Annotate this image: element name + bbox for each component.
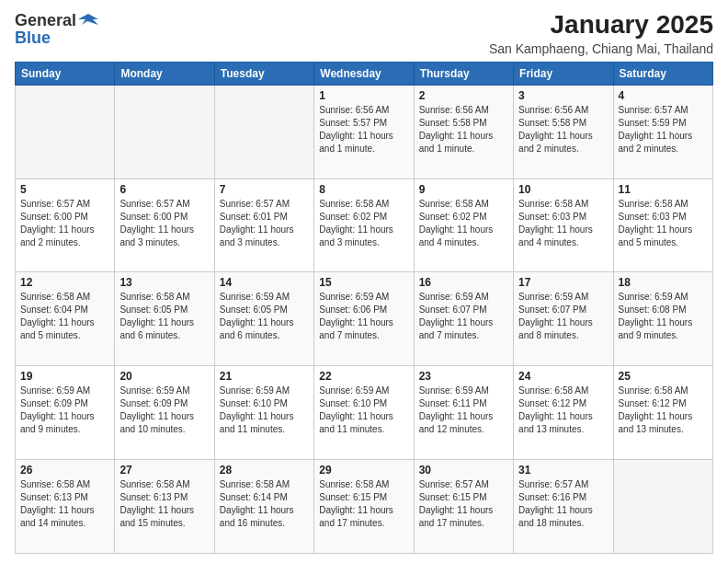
page: General Blue January 2025 San Kamphaeng,… xyxy=(0,0,728,563)
sunrise-text: Sunrise: 6:58 AM xyxy=(619,198,708,211)
day-info: Sunrise: 6:58 AMSunset: 6:03 PMDaylight:… xyxy=(518,198,608,249)
table-row: 19Sunrise: 6:59 AMSunset: 6:09 PMDayligh… xyxy=(16,366,115,460)
sunrise-text: Sunrise: 6:59 AM xyxy=(518,291,608,304)
day-info: Sunrise: 6:59 AMSunset: 6:06 PMDaylight:… xyxy=(319,291,408,342)
header-friday: Friday xyxy=(514,62,613,85)
day-number: 23 xyxy=(419,370,508,383)
sunset-text: Sunset: 6:13 PM xyxy=(20,491,109,504)
daylight-text: Daylight: 11 hours and 1 minute. xyxy=(319,130,408,155)
day-info: Sunrise: 6:57 AMSunset: 5:59 PMDaylight:… xyxy=(619,104,708,155)
daylight-text: Daylight: 11 hours and 10 minutes. xyxy=(119,410,209,436)
day-info: Sunrise: 6:59 AMSunset: 6:10 PMDaylight:… xyxy=(319,385,408,436)
table-row: 16Sunrise: 6:59 AMSunset: 6:07 PMDayligh… xyxy=(414,272,513,366)
day-number: 10 xyxy=(518,183,608,196)
daylight-text: Daylight: 11 hours and 2 minutes. xyxy=(20,224,109,249)
sunrise-text: Sunrise: 6:58 AM xyxy=(319,198,408,211)
sunset-text: Sunset: 6:15 PM xyxy=(419,491,508,504)
day-number: 11 xyxy=(619,183,708,196)
table-row: 6Sunrise: 6:57 AMSunset: 6:00 PMDaylight… xyxy=(115,178,214,272)
table-row: 13Sunrise: 6:58 AMSunset: 6:05 PMDayligh… xyxy=(115,272,214,366)
daylight-text: Daylight: 11 hours and 3 minutes. xyxy=(319,224,408,249)
day-info: Sunrise: 6:58 AMSunset: 6:13 PMDaylight:… xyxy=(20,478,109,530)
daylight-text: Daylight: 11 hours and 13 minutes. xyxy=(518,410,608,436)
sunset-text: Sunset: 6:03 PM xyxy=(518,211,608,224)
day-number: 8 xyxy=(319,183,408,196)
svg-marker-0 xyxy=(78,14,98,25)
table-row: 12Sunrise: 6:58 AMSunset: 6:04 PMDayligh… xyxy=(16,272,115,366)
day-info: Sunrise: 6:56 AMSunset: 5:57 PMDaylight:… xyxy=(319,104,408,155)
table-row: 22Sunrise: 6:59 AMSunset: 6:10 PMDayligh… xyxy=(314,366,414,460)
day-number: 9 xyxy=(419,183,508,196)
daylight-text: Daylight: 11 hours and 13 minutes. xyxy=(619,410,708,436)
sunrise-text: Sunrise: 6:58 AM xyxy=(119,478,209,491)
day-info: Sunrise: 6:58 AMSunset: 6:02 PMDaylight:… xyxy=(319,198,408,249)
day-number: 4 xyxy=(619,89,708,102)
sunrise-text: Sunrise: 6:59 AM xyxy=(319,291,408,304)
header-tuesday: Tuesday xyxy=(214,62,313,85)
day-number: 5 xyxy=(20,183,109,196)
day-info: Sunrise: 6:57 AMSunset: 6:15 PMDaylight:… xyxy=(419,478,508,530)
sunrise-text: Sunrise: 6:56 AM xyxy=(419,104,508,117)
day-number: 21 xyxy=(220,370,309,383)
table-row: 10Sunrise: 6:58 AMSunset: 6:03 PMDayligh… xyxy=(514,178,613,272)
table-row: 9Sunrise: 6:58 AMSunset: 6:02 PMDaylight… xyxy=(414,178,513,272)
daylight-text: Daylight: 11 hours and 11 minutes. xyxy=(319,410,408,436)
table-row: 18Sunrise: 6:59 AMSunset: 6:08 PMDayligh… xyxy=(613,272,712,366)
sunrise-text: Sunrise: 6:57 AM xyxy=(220,198,309,211)
day-number: 2 xyxy=(419,89,508,102)
daylight-text: Daylight: 11 hours and 18 minutes. xyxy=(518,504,608,530)
sunrise-text: Sunrise: 6:58 AM xyxy=(419,198,508,211)
table-row: 26Sunrise: 6:58 AMSunset: 6:13 PMDayligh… xyxy=(16,460,115,554)
sunrise-text: Sunrise: 6:58 AM xyxy=(518,198,608,211)
header-monday: Monday xyxy=(115,62,214,85)
sunrise-text: Sunrise: 6:59 AM xyxy=(220,385,309,397)
day-info: Sunrise: 6:59 AMSunset: 6:08 PMDaylight:… xyxy=(619,291,708,342)
calendar-week-3: 12Sunrise: 6:58 AMSunset: 6:04 PMDayligh… xyxy=(16,272,713,366)
sunset-text: Sunset: 5:58 PM xyxy=(419,117,508,130)
table-row xyxy=(613,460,712,554)
day-info: Sunrise: 6:59 AMSunset: 6:09 PMDaylight:… xyxy=(119,385,209,436)
daylight-text: Daylight: 11 hours and 5 minutes. xyxy=(20,316,109,342)
day-info: Sunrise: 6:57 AMSunset: 6:16 PMDaylight:… xyxy=(518,478,608,530)
day-number: 29 xyxy=(319,464,408,477)
day-info: Sunrise: 6:57 AMSunset: 6:01 PMDaylight:… xyxy=(220,198,309,249)
table-row: 29Sunrise: 6:58 AMSunset: 6:15 PMDayligh… xyxy=(314,460,414,554)
daylight-text: Daylight: 11 hours and 4 minutes. xyxy=(419,224,508,249)
sunset-text: Sunset: 6:15 PM xyxy=(319,491,408,504)
sunset-text: Sunset: 6:14 PM xyxy=(220,491,309,504)
location-title: San Kamphaeng, Chiang Mai, Thailand xyxy=(489,41,713,56)
table-row xyxy=(214,85,313,178)
sunset-text: Sunset: 6:09 PM xyxy=(20,397,109,410)
calendar-week-1: 1Sunrise: 6:56 AMSunset: 5:57 PMDaylight… xyxy=(16,85,713,178)
sunrise-text: Sunrise: 6:58 AM xyxy=(619,385,708,397)
sunrise-text: Sunrise: 6:58 AM xyxy=(518,385,608,397)
day-info: Sunrise: 6:58 AMSunset: 6:12 PMDaylight:… xyxy=(619,385,708,436)
day-info: Sunrise: 6:59 AMSunset: 6:09 PMDaylight:… xyxy=(20,385,109,436)
day-number: 15 xyxy=(319,276,408,289)
table-row: 5Sunrise: 6:57 AMSunset: 6:00 PMDaylight… xyxy=(16,178,115,272)
sunrise-text: Sunrise: 6:57 AM xyxy=(119,198,209,211)
calendar-week-5: 26Sunrise: 6:58 AMSunset: 6:13 PMDayligh… xyxy=(16,460,713,554)
table-row: 1Sunrise: 6:56 AMSunset: 5:57 PMDaylight… xyxy=(314,85,414,178)
table-row: 25Sunrise: 6:58 AMSunset: 6:12 PMDayligh… xyxy=(613,366,712,460)
daylight-text: Daylight: 11 hours and 17 minutes. xyxy=(319,504,408,530)
table-row xyxy=(16,85,115,178)
sunset-text: Sunset: 6:00 PM xyxy=(119,211,209,224)
table-row: 23Sunrise: 6:59 AMSunset: 6:11 PMDayligh… xyxy=(414,366,513,460)
daylight-text: Daylight: 11 hours and 9 minutes. xyxy=(619,316,708,342)
day-info: Sunrise: 6:58 AMSunset: 6:15 PMDaylight:… xyxy=(319,478,408,530)
daylight-text: Daylight: 11 hours and 8 minutes. xyxy=(518,316,608,342)
daylight-text: Daylight: 11 hours and 9 minutes. xyxy=(20,410,109,436)
table-row: 8Sunrise: 6:58 AMSunset: 6:02 PMDaylight… xyxy=(314,178,414,272)
sunset-text: Sunset: 6:05 PM xyxy=(119,304,209,316)
table-row: 15Sunrise: 6:59 AMSunset: 6:06 PMDayligh… xyxy=(314,272,414,366)
title-area: January 2025 San Kamphaeng, Chiang Mai, … xyxy=(489,11,713,56)
daylight-text: Daylight: 11 hours and 4 minutes. xyxy=(518,224,608,249)
daylight-text: Daylight: 11 hours and 14 minutes. xyxy=(20,504,109,530)
sunrise-text: Sunrise: 6:58 AM xyxy=(20,291,109,304)
day-number: 14 xyxy=(220,276,309,289)
day-number: 31 xyxy=(518,464,608,477)
sunset-text: Sunset: 6:12 PM xyxy=(619,397,708,410)
sunset-text: Sunset: 6:10 PM xyxy=(220,397,309,410)
sunset-text: Sunset: 6:03 PM xyxy=(619,211,708,224)
